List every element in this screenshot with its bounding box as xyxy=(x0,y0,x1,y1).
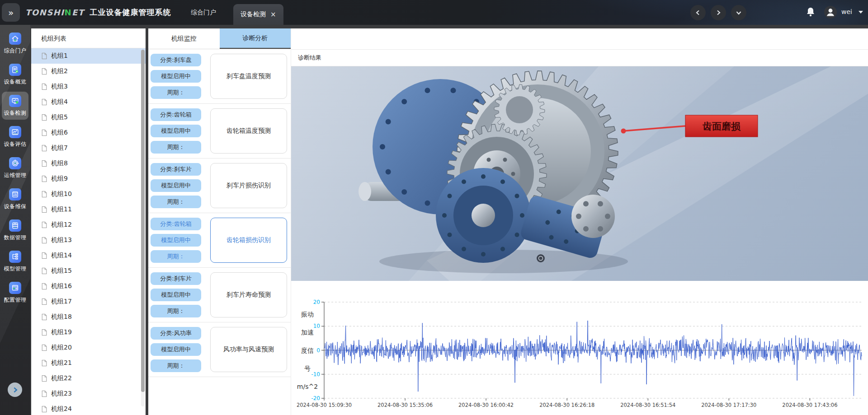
unit-name: 机组11 xyxy=(51,205,72,214)
unit-name: 机组10 xyxy=(51,190,72,198)
notification-bell-icon[interactable] xyxy=(806,6,816,19)
sidebar-collapse-button[interactable]: » xyxy=(2,3,20,22)
model-status-pill[interactable]: 模型启用中 xyxy=(151,125,201,137)
close-icon[interactable]: × xyxy=(270,10,276,19)
unit-list-item[interactable]: 机组11 xyxy=(31,202,146,217)
y-tick-label: 0 xyxy=(316,347,320,354)
model-card[interactable]: 刹车片损伤识别 xyxy=(210,163,287,208)
nav-dropdown-button[interactable] xyxy=(731,5,746,20)
unit-list-item[interactable]: 机组1 xyxy=(31,48,146,64)
unit-name: 机组13 xyxy=(51,236,72,244)
y-axis-label: 度信 xyxy=(301,347,314,354)
viewer-control-dot[interactable] xyxy=(537,254,545,262)
model-status-pill[interactable]: 模型启用中 xyxy=(151,343,201,356)
y-tick-label: 10 xyxy=(313,323,320,329)
sidebar-item-config[interactable]: 配置管理 xyxy=(2,279,28,307)
gearbox-model[interactable] xyxy=(359,71,628,273)
model-status-pill[interactable]: 模型启用中 xyxy=(151,179,201,192)
model-category-pill[interactable]: 分类:刹车盘 xyxy=(151,54,201,66)
detection-icon xyxy=(9,95,21,107)
unit-list-item[interactable]: 机组16 xyxy=(31,279,146,294)
sidebar-item-home[interactable]: 综合门户 xyxy=(2,29,28,57)
unit-list-item[interactable]: 机组13 xyxy=(31,233,146,248)
unit-list-item[interactable]: 机组8 xyxy=(31,156,146,171)
model-status-pill[interactable]: 模型启用中 xyxy=(151,289,201,301)
model-period-pill[interactable]: 周期： xyxy=(151,250,201,263)
unit-list-item[interactable]: 机组17 xyxy=(31,294,146,309)
model-category-pill[interactable]: 分类:风功率 xyxy=(151,327,201,340)
tab-diagnosis-analysis[interactable]: 诊断分析 xyxy=(220,28,291,49)
models-tab-row: 机组监控 诊断分析 xyxy=(148,28,291,49)
sidebar-item-maintenance[interactable]: 设备维保 xyxy=(2,185,28,213)
sidebar-item-evaluation[interactable]: 设备评估 xyxy=(2,123,28,151)
model-group: 分类:刹车片模型启用中周期：刹车片寿命预测 xyxy=(148,268,291,322)
unit-list-item[interactable]: 机组4 xyxy=(31,94,146,110)
unit-list-item[interactable]: 机组9 xyxy=(31,171,146,187)
unit-list-item[interactable]: 机组21 xyxy=(31,355,146,371)
sidebar-item-label: 综合门户 xyxy=(4,47,27,55)
diagnosis-result-title: 诊断结果 xyxy=(291,49,868,66)
sidebar-item-detection[interactable]: 设备检测 xyxy=(2,92,28,120)
unit-list-item[interactable]: 机组24 xyxy=(31,401,146,415)
model-group: 分类:齿轮箱模型启用中周期：齿轮箱温度预测 xyxy=(148,104,291,159)
unit-list-item[interactable]: 机组22 xyxy=(31,371,146,386)
tab-portal[interactable]: 综合门户 xyxy=(191,0,216,25)
nav-back-button[interactable] xyxy=(690,5,706,20)
vibration-chart: 振动加速度信号m/s^220100-10-202024-08-30 15:09:… xyxy=(291,281,868,415)
sidebar-item-model[interactable]: 模型管理 xyxy=(2,247,28,275)
unit-list-scrollbar[interactable] xyxy=(141,50,145,406)
unit-list-item[interactable]: 机组23 xyxy=(31,386,146,401)
sidebar-item-ops[interactable]: 运维管理 xyxy=(2,154,28,182)
model-category-pill[interactable]: 分类:齿轮箱 xyxy=(151,218,201,230)
model-card[interactable]: 风功率与风速预测 xyxy=(210,327,287,372)
sidebar-expand-button[interactable] xyxy=(8,382,22,397)
model-card[interactable]: 刹车盘温度预测 xyxy=(210,54,287,99)
model-card[interactable]: 齿轮箱损伤识别 xyxy=(210,218,287,263)
x-tick-label: 2024-08-30 15:35:06 xyxy=(377,402,433,408)
user-menu-caret-icon[interactable] xyxy=(859,11,863,14)
unit-list-item[interactable]: 机组3 xyxy=(31,79,146,94)
model-status-pill[interactable]: 模型启用中 xyxy=(151,234,201,247)
unit-list-item[interactable]: 机组5 xyxy=(31,110,146,125)
model-period-pill[interactable]: 周期： xyxy=(151,196,201,208)
unit-list-item[interactable]: 机组18 xyxy=(31,309,146,325)
unit-name: 机组2 xyxy=(51,67,68,75)
unit-name: 机组20 xyxy=(51,344,72,352)
user-avatar-icon[interactable] xyxy=(824,5,837,21)
unit-list-item[interactable]: 机组15 xyxy=(31,263,146,279)
sidebar-item-label: 数据管理 xyxy=(4,234,27,242)
sidebar-item-data[interactable]: 数据管理 xyxy=(2,216,28,244)
scrollbar-thumb[interactable] xyxy=(141,50,145,392)
model-category-pill[interactable]: 分类:齿轮箱 xyxy=(151,108,201,121)
username-label[interactable]: wei xyxy=(841,8,852,15)
model-category-pill[interactable]: 分类:刹车片 xyxy=(151,272,201,285)
unit-list-item[interactable]: 机组20 xyxy=(31,340,146,355)
unit-name: 机组4 xyxy=(51,98,68,106)
unit-list-item[interactable]: 机组19 xyxy=(31,325,146,340)
model-category-pill[interactable]: 分类:刹车片 xyxy=(151,163,201,176)
model-group: 分类:刹车盘模型启用中周期：刹车盘温度预测 xyxy=(148,49,291,104)
unit-list-item[interactable]: 机组2 xyxy=(31,64,146,79)
document-icon xyxy=(41,191,47,198)
unit-list-item[interactable]: 机组12 xyxy=(31,217,146,233)
y-tick-label: 20 xyxy=(313,299,320,305)
tab-device-detection[interactable]: 设备检测 × xyxy=(233,4,283,25)
model-card[interactable]: 齿轮箱温度预测 xyxy=(210,108,287,154)
document-icon xyxy=(41,237,47,244)
unit-list-item[interactable]: 机组6 xyxy=(31,125,146,140)
unit-list-item[interactable]: 机组7 xyxy=(31,140,146,156)
model-period-pill[interactable]: 周期： xyxy=(151,305,201,317)
sidebar-item-overview[interactable]: 设备概览 xyxy=(2,61,28,89)
y-axis-label: 加速 xyxy=(301,329,314,336)
model-period-pill[interactable]: 周期： xyxy=(151,141,201,154)
unit-list-item[interactable]: 机组10 xyxy=(31,187,146,202)
model-period-pill[interactable]: 周期： xyxy=(151,86,201,99)
x-tick-label: 2024-08-30 15:09:30 xyxy=(297,402,352,408)
gearbox-3d-view[interactable]: 齿面磨损 xyxy=(291,66,868,281)
model-period-pill[interactable]: 周期： xyxy=(151,359,201,372)
model-status-pill[interactable]: 模型启用中 xyxy=(151,70,201,83)
tab-unit-monitoring[interactable]: 机组监控 xyxy=(148,28,220,49)
nav-forward-button[interactable] xyxy=(711,5,726,20)
model-card[interactable]: 刹车片寿命预测 xyxy=(210,272,287,317)
unit-list-item[interactable]: 机组14 xyxy=(31,248,146,263)
